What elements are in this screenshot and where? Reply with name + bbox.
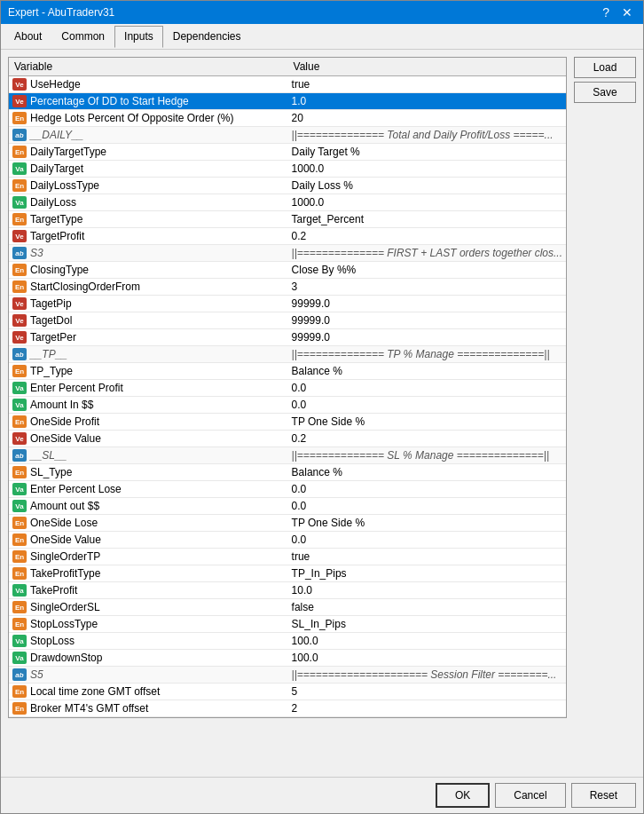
var-cell-23: EnSL_Type <box>9 464 288 480</box>
col-header-value: Value <box>288 58 566 76</box>
table-row[interactable]: VeTagetPip99999.0 <box>9 296 566 312</box>
variable-name: OneSide Lose <box>30 517 285 529</box>
type-icon: Ve <box>12 432 27 445</box>
table-row[interactable]: abS3||============== FIRST + LAST orders… <box>9 245 566 262</box>
close-button[interactable]: ✕ <box>618 6 636 19</box>
variable-name: DailyTarget <box>30 162 285 175</box>
variable-value: 100.0 <box>288 650 566 667</box>
var-cell-4: EnDailyTargetType <box>9 144 288 160</box>
table-row[interactable]: VaAmount In $$0.0 <box>9 397 566 414</box>
type-icon: En <box>12 213 27 225</box>
table-row[interactable]: EnOneSide ProfitTP One Side % <box>9 414 566 431</box>
var-cell-3: ab__DAILY__ <box>9 127 288 143</box>
variable-value: 1000.0 <box>288 194 566 211</box>
reset-button[interactable]: Reset <box>571 783 636 808</box>
menu-item-about[interactable]: About <box>4 26 51 47</box>
table-row[interactable]: EnSingleOrderTPtrue <box>9 549 566 565</box>
variable-name: TP_Type <box>30 365 285 377</box>
variable-name: Percentage Of DD to Start Hedge <box>30 95 285 107</box>
menu-item-common[interactable]: Common <box>51 26 114 47</box>
table-row[interactable]: VeTargetProfit0.2 <box>9 228 566 245</box>
table-row[interactable]: VeTagetDol99999.0 <box>9 312 566 329</box>
variable-name: SL_Type <box>30 466 285 478</box>
table-row[interactable]: EnBroker MT4's GMT offset2 <box>9 700 566 717</box>
load-button[interactable]: Load <box>574 57 636 78</box>
type-icon: En <box>12 702 27 715</box>
type-icon: En <box>12 466 27 478</box>
variable-name: Local time zone GMT offset <box>30 685 285 698</box>
title-bar-buttons: ? ✕ <box>599 6 636 19</box>
table-row[interactable]: ab__SL__||============== SL % Manage ===… <box>9 447 566 464</box>
variable-value: 1.0 <box>288 93 566 110</box>
var-cell-10: abS3 <box>9 245 288 261</box>
table-row[interactable]: ab__DAILY__||============== Total and Da… <box>9 127 566 144</box>
cancel-button[interactable]: Cancel <box>495 783 565 808</box>
table-row[interactable]: VaEnter Percent Profit0.0 <box>9 380 566 397</box>
table-row[interactable]: abS5||===================== Session Filt… <box>9 667 566 684</box>
type-icon: En <box>12 179 27 192</box>
var-cell-36: EnLocal time zone GMT offset <box>9 684 288 699</box>
variable-value: ||============== Total and Daily Profit/… <box>288 127 566 144</box>
variable-name: TargetPer <box>30 331 285 344</box>
table-row[interactable]: EnOneSide Value0.0 <box>9 532 566 549</box>
save-button[interactable]: Save <box>574 82 636 103</box>
var-cell-18: VaEnter Percent Profit <box>9 380 288 396</box>
table-row[interactable]: EnHedge Lots Percent Of Opposite Order (… <box>9 110 566 127</box>
var-cell-28: EnSingleOrderTP <box>9 549 288 565</box>
variable-name: TagetPip <box>30 297 285 310</box>
table-row[interactable]: EnSingleOrderSLfalse <box>9 599 566 616</box>
table-row[interactable]: EnTakeProfitTypeTP_In_Pips <box>9 565 566 582</box>
table-row[interactable]: VaTakeProfit10.0 <box>9 582 566 599</box>
table-row[interactable]: EnDailyLossTypeDaily Loss % <box>9 178 566 194</box>
var-cell-25: VaAmount out $$ <box>9 498 288 514</box>
table-row[interactable]: EnDailyTargetTypeDaily Target % <box>9 144 566 161</box>
menu-item-inputs[interactable]: Inputs <box>114 26 163 48</box>
var-cell-14: VeTagetDol <box>9 312 288 328</box>
table-row[interactable]: VeTargetPer99999.0 <box>9 329 566 346</box>
menu-item-dependencies[interactable]: Dependencies <box>163 26 251 47</box>
type-icon: Ve <box>12 78 27 91</box>
type-icon: En <box>12 112 27 124</box>
variable-name: TakeProfit <box>30 584 285 597</box>
variable-name: OneSide Value <box>30 533 285 546</box>
table-row[interactable]: VaDrawdownStop100.0 <box>9 650 566 667</box>
side-buttons: Load Save <box>574 57 636 103</box>
variable-name: Enter Percent Profit <box>30 382 285 394</box>
table-row[interactable]: VeUseHedgetrue <box>9 76 566 93</box>
variable-name: DailyTargetType <box>30 146 285 158</box>
table-row[interactable]: VaStopLoss100.0 <box>9 633 566 650</box>
variable-value: ||============== TP % Manage ===========… <box>288 346 566 363</box>
type-icon: ab <box>12 449 27 462</box>
ok-button[interactable]: OK <box>436 783 490 808</box>
type-icon: Va <box>12 652 27 664</box>
table-row[interactable]: VePercentage Of DD to Start Hedge1.0 <box>9 93 566 110</box>
window-title: Expert - AbuTraderv31 <box>8 6 114 19</box>
table-row[interactable]: EnTargetTypeTarget_Percent <box>9 211 566 228</box>
variable-value: 0.2 <box>288 228 566 245</box>
var-cell-8: EnTargetType <box>9 211 288 227</box>
var-cell-35: abS5 <box>9 667 288 683</box>
variable-value: ||============== SL % Manage ===========… <box>288 447 566 464</box>
table-row[interactable]: VaDailyTarget1000.0 <box>9 161 566 178</box>
table-row[interactable]: EnClosingTypeClose By %% <box>9 262 566 279</box>
var-cell-6: EnDailyLossType <box>9 178 288 194</box>
table-row[interactable]: EnSL_TypeBalance % <box>9 464 566 481</box>
table-row[interactable]: EnStopLossTypeSL_In_Pips <box>9 616 566 633</box>
table-row[interactable]: EnOneSide LoseTP One Side % <box>9 515 566 532</box>
table-row[interactable]: EnLocal time zone GMT offset5 <box>9 684 566 700</box>
table-row[interactable]: VaDailyLoss1000.0 <box>9 194 566 211</box>
type-icon: En <box>12 365 27 377</box>
table-row[interactable]: ab__TP__||============== TP % Manage ===… <box>9 346 566 363</box>
table-row[interactable]: EnTP_TypeBalance % <box>9 363 566 380</box>
table-row[interactable]: VaAmount out $$0.0 <box>9 498 566 515</box>
type-icon: ab <box>12 668 27 681</box>
table-row[interactable]: VeOneSide Value0.2 <box>9 431 566 447</box>
variable-value: 5 <box>288 684 566 700</box>
type-icon: ab <box>12 129 27 141</box>
help-button[interactable]: ? <box>599 6 613 19</box>
var-cell-7: VaDailyLoss <box>9 194 288 210</box>
table-row[interactable]: VaEnter Percent Lose0.0 <box>9 481 566 498</box>
variable-value: TP One Side % <box>288 515 566 532</box>
var-cell-30: VaTakeProfit <box>9 582 288 598</box>
table-row[interactable]: EnStartClosingOrderFrom3 <box>9 279 566 296</box>
